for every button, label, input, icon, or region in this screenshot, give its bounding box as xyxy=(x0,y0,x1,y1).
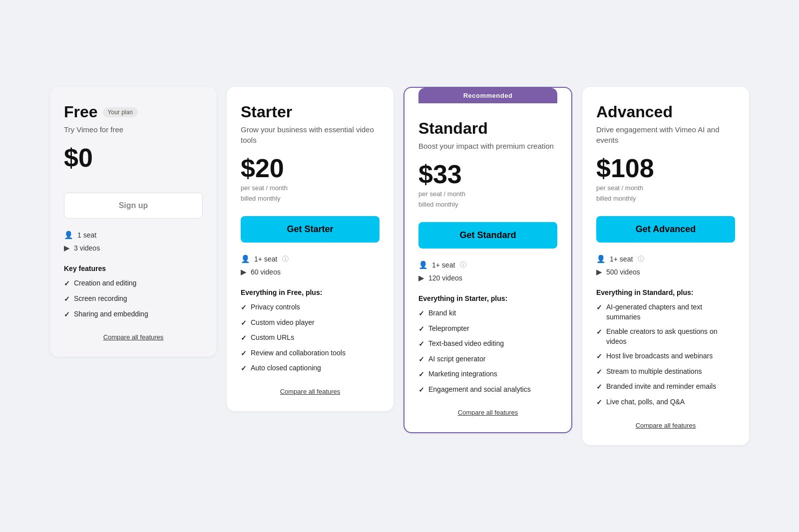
compare-link-advanced[interactable]: Compare all features xyxy=(596,422,735,429)
feature-text: Custom video player xyxy=(251,318,315,328)
feature-list: ✓ Privacy controls ✓ Custom video player… xyxy=(241,302,380,374)
feature-item: ✓ Privacy controls xyxy=(241,302,380,313)
feature-text: Branded invite and reminder emails xyxy=(606,382,716,392)
feature-item: ✓ Marketing integrations xyxy=(418,369,557,380)
feature-item: ✓ Review and collaboration tools xyxy=(241,348,380,359)
plan-price: $20 xyxy=(241,155,380,181)
feature-text: Engagement and social analytics xyxy=(428,385,531,395)
seats-label: 1 seat xyxy=(77,231,96,239)
feature-text: Host live broadcasts and webinars xyxy=(606,351,713,361)
plan-name: Advanced xyxy=(596,103,673,121)
feature-item: ✓ Custom video player xyxy=(241,318,380,328)
check-icon: ✓ xyxy=(596,352,602,362)
feature-item: ✓ Stream to multiple destinations xyxy=(596,367,735,377)
plan-meta: 👤 1+ seat ⓘ ▶ 60 videos xyxy=(241,255,380,276)
feature-text: AI-generated chapters and text summaries xyxy=(606,302,735,322)
check-icon: ✓ xyxy=(241,349,247,359)
feature-text: Brand kit xyxy=(428,308,456,318)
features-heading: Everything in Free, plus: xyxy=(241,288,380,296)
person-icon: 👤 xyxy=(241,255,250,264)
check-icon: ✓ xyxy=(418,324,424,334)
feature-item: ✓ Creation and editing xyxy=(64,278,203,289)
price-details: per seat / monthbilled monthly xyxy=(418,189,557,210)
plan-price: $33 xyxy=(418,161,557,187)
plan-name-row: Starter xyxy=(241,103,380,121)
feature-text: Stream to multiple destinations xyxy=(606,367,702,377)
feature-list: ✓ Brand kit ✓ Teleprompter ✓ Text-based … xyxy=(418,308,557,395)
check-icon: ✓ xyxy=(418,370,424,380)
feature-item: ✓ Text-based video editing xyxy=(418,339,557,349)
feature-text: Enable creators to ask questions on vide… xyxy=(606,327,735,346)
check-icon: ✓ xyxy=(418,339,424,349)
check-icon: ✓ xyxy=(418,309,424,319)
seats-meta: 👤 1+ seat ⓘ xyxy=(596,255,735,264)
video-icon: ▶ xyxy=(418,273,424,282)
plan-tagline: Grow your business with essential video … xyxy=(241,124,380,145)
videos-meta: ▶ 3 videos xyxy=(64,244,203,253)
compare-link-starter[interactable]: Compare all features xyxy=(241,388,380,395)
videos-label: 500 videos xyxy=(606,268,640,276)
features-heading: Everything in Standard, plus: xyxy=(596,288,735,296)
check-icon: ✓ xyxy=(596,398,602,408)
feature-item: ✓ Auto closed captioning xyxy=(241,363,380,374)
feature-item: ✓ AI script generator xyxy=(418,354,557,365)
plan-meta: 👤 1+ seat ⓘ ▶ 500 videos xyxy=(596,255,735,276)
feature-item: ✓ Host live broadcasts and webinars xyxy=(596,351,735,362)
check-icon: ✓ xyxy=(596,382,602,392)
plan-card-starter: Starter Grow your business with essentia… xyxy=(227,87,394,411)
feature-text: Live chat, polls, and Q&A xyxy=(606,397,685,407)
video-icon: ▶ xyxy=(64,244,70,253)
compare-link-standard[interactable]: Compare all features xyxy=(418,409,557,416)
feature-text: Creation and editing xyxy=(74,278,136,288)
seats-label: 1+ seat xyxy=(254,255,277,263)
plan-tagline: Boost your impact with premium creation xyxy=(418,141,557,151)
info-icon: ⓘ xyxy=(460,261,466,269)
person-icon: 👤 xyxy=(418,261,428,269)
feature-item: ✓ Sharing and embedding xyxy=(64,309,203,320)
seats-label: 1+ seat xyxy=(432,261,455,269)
compare-link-free[interactable]: Compare all features xyxy=(64,333,203,341)
feature-item: ✓ Engagement and social analytics xyxy=(418,385,557,395)
videos-meta: ▶ 500 videos xyxy=(596,267,735,276)
cta-button-advanced[interactable]: Get Advanced xyxy=(596,216,735,243)
seats-label: 1+ seat xyxy=(610,255,633,263)
feature-text: Review and collaboration tools xyxy=(251,348,346,358)
feature-item: ✓ Screen recording xyxy=(64,294,203,304)
features-heading: Everything in Starter, plus: xyxy=(418,294,557,302)
feature-text: Screen recording xyxy=(74,294,127,304)
check-icon: ✓ xyxy=(241,303,247,313)
check-icon: ✓ xyxy=(596,367,602,377)
person-icon: 👤 xyxy=(64,231,73,240)
seats-meta: 👤 1+ seat ⓘ xyxy=(418,261,557,269)
check-icon: ✓ xyxy=(596,303,602,313)
feature-item: ✓ Enable creators to ask questions on vi… xyxy=(596,327,735,346)
plan-tagline: Try Vimeo for free xyxy=(64,124,203,135)
person-icon: 👤 xyxy=(596,255,606,264)
feature-text: Marketing integrations xyxy=(428,369,497,379)
check-icon: ✓ xyxy=(596,327,602,337)
videos-meta: ▶ 60 videos xyxy=(241,267,380,276)
recommended-badge: Recommended xyxy=(418,88,557,103)
feature-item: ✓ Branded invite and reminder emails xyxy=(596,382,735,392)
seats-meta: 👤 1+ seat ⓘ xyxy=(241,255,380,264)
feature-text: Auto closed captioning xyxy=(251,363,321,373)
cta-button-free[interactable]: Sign up xyxy=(64,193,203,219)
feature-text: Custom URLs xyxy=(251,333,294,343)
feature-text: Sharing and embedding xyxy=(74,309,148,319)
plan-name-row: Free Your plan xyxy=(64,103,203,121)
plan-price: $0 xyxy=(64,145,203,171)
plan-name-row: Advanced xyxy=(596,103,735,121)
plan-meta: 👤 1+ seat ⓘ ▶ 120 videos xyxy=(418,261,557,282)
info-icon: ⓘ xyxy=(282,255,289,264)
feature-text: AI script generator xyxy=(428,354,485,364)
check-icon: ✓ xyxy=(64,310,70,320)
price-details: per seat / monthbilled monthly xyxy=(596,183,735,204)
check-icon: ✓ xyxy=(241,364,247,374)
feature-list: ✓ AI-generated chapters and text summari… xyxy=(596,302,735,408)
plan-name-row: Standard xyxy=(418,119,557,138)
feature-text: Teleprompter xyxy=(428,324,469,334)
price-details: per seat / monthbilled monthly xyxy=(241,183,380,204)
plan-price: $108 xyxy=(596,155,735,181)
cta-button-starter[interactable]: Get Starter xyxy=(241,216,380,243)
cta-button-standard[interactable]: Get Standard xyxy=(418,222,557,249)
